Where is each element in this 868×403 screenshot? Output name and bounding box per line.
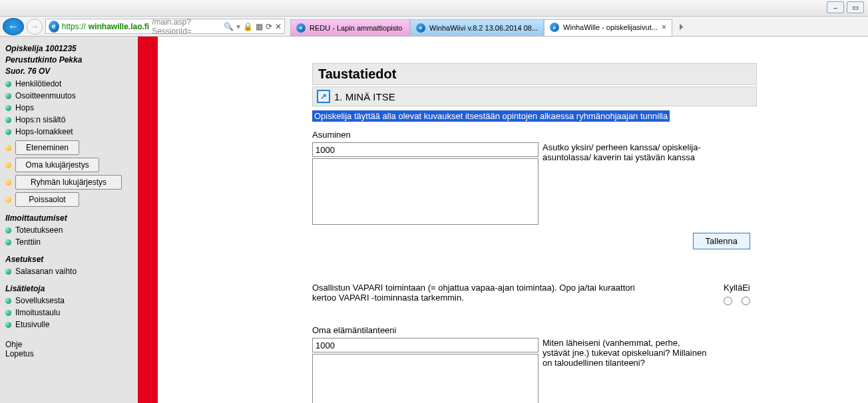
expand-icon[interactable]: ↗ [317, 90, 330, 103]
q3-help-text: Miten läheiseni (vanhemmat, perhe, ystäv… [542, 338, 709, 368]
nav-forward-button[interactable]: → [27, 19, 43, 35]
sidebar-item-toteutukseen[interactable]: Toteutukseen [5, 224, 132, 236]
nav-back-button[interactable]: ← [3, 18, 24, 35]
bullet-icon [5, 145, 11, 151]
sidebar-item-label: Hops [15, 103, 34, 112]
sidebar-item-label: Osoitteenmuutos [15, 91, 76, 100]
sidebar-item-label: Sovelluksesta [15, 296, 65, 305]
bullet-icon [5, 81, 11, 87]
ie-icon: e [49, 21, 59, 33]
address-bar[interactable]: e https://winhawille.lao.fi/main.asp?Ses… [45, 19, 285, 34]
eteneminen-button[interactable]: Eteneminen [15, 140, 79, 155]
bullet-icon [5, 269, 11, 275]
window-titlebar: – ▭ [0, 0, 868, 17]
sidebar-item-hops-sisalto[interactable]: Hops:n sisältö [5, 114, 132, 126]
ryhman-lukujarjestys-button[interactable]: Ryhmän lukujärjestys [15, 175, 122, 190]
instruction-text: Opiskelija täyttää alla olevat kuvaukset… [312, 110, 670, 122]
search-icon[interactable]: 🔍 [224, 22, 234, 31]
sidebar: Opiskelija 1001235 Perustutkinto Pekka S… [0, 37, 138, 403]
bullet-icon [5, 117, 11, 123]
sidebar-item-lopetus[interactable]: Lopetus [5, 349, 132, 358]
sidebar-item-osoitteenmuutos[interactable]: Osoitteenmuutos [5, 90, 132, 102]
q3-label: Oma elämäntilanteeni [312, 325, 757, 335]
refresh-icon[interactable]: ⟳ [266, 22, 272, 31]
page-title: Taustatiedot [312, 63, 757, 85]
browser-tabs: e REDU - Lapin ammattiopisto e WinhaWiiv… [290, 17, 672, 36]
url-path: /main.asp?SessionId= [152, 17, 221, 36]
stop-icon[interactable]: ✕ [275, 22, 282, 31]
q2-text: Osallistun VAPARI toimintaan (= ohjattua… [312, 283, 658, 303]
sidebar-item-tenttiin[interactable]: Tenttiin [5, 236, 132, 248]
bullet-icon [5, 239, 11, 245]
ie-icon: e [416, 23, 425, 33]
sidebar-item-henkilotiedot[interactable]: Henkilötiedot [5, 78, 132, 90]
degree-name: Perustutkinto Pekka [5, 55, 132, 65]
tab-label: WinhaWiivi v.8.2 13.06.2014 08... [429, 24, 538, 32]
sidebar-item-label: Etusivulle [15, 320, 49, 329]
sidebar-item-label: Toteutukseen [15, 225, 63, 235]
q2-radio-yes[interactable] [724, 297, 732, 305]
red-divider [138, 37, 158, 403]
oma-lukujarjestys-button[interactable]: Oma lukujärjestys [15, 158, 99, 172]
bullet-icon [5, 93, 11, 99]
bullet-icon [5, 322, 11, 328]
close-icon[interactable]: × [662, 23, 666, 32]
tab-winhawiivi[interactable]: e WinhaWiivi v.8.2 13.06.2014 08... [410, 19, 544, 36]
bullet-icon [5, 197, 11, 203]
compat-icon[interactable]: ▦ [256, 22, 263, 31]
sidebar-item-label: Henkilötiedot [15, 79, 61, 88]
url-scheme: https:// [62, 22, 86, 31]
bullet-icon [5, 180, 11, 186]
sidebar-heading-asetukset: Asetukset [5, 255, 132, 264]
sidebar-item-etusivulle[interactable]: Etusivulle [5, 319, 132, 331]
bullet-icon [5, 162, 11, 168]
browser-navbar: ← → e https://winhawille.lao.fi/main.asp… [0, 17, 868, 37]
window-maximize-button[interactable]: ▭ [847, 1, 864, 13]
q3-textarea[interactable] [312, 354, 539, 403]
q1-counter-input[interactable] [312, 142, 539, 157]
q2-radio-group: KylläEi [724, 283, 750, 305]
window-minimize-button[interactable]: – [827, 1, 844, 13]
sidebar-item-salasanan-vaihto[interactable]: Salasanan vaihto [5, 265, 132, 277]
poissaolot-button[interactable]: Poissaolot [15, 192, 79, 207]
sidebar-item-hops[interactable]: Hops [5, 102, 132, 114]
sidebar-item-ilmoitustaulu[interactable]: Ilmoitustaulu [5, 307, 132, 319]
sidebar-item-hops-lomakkeet[interactable]: Hops-lomakkeet [5, 126, 132, 138]
bullet-icon [5, 227, 11, 233]
q1-help-text: Asutko yksin/ perheen kanssa/ opiskelija… [542, 142, 709, 162]
ie-icon: e [296, 23, 306, 33]
sidebar-item-sovelluksesta[interactable]: Sovelluksesta [5, 295, 132, 307]
credits-completed: Suor. 76 OV [5, 67, 132, 76]
q2-yes-label: Kyllä [724, 283, 742, 293]
ie-icon: e [550, 23, 559, 32]
bullet-icon [5, 129, 11, 135]
student-id: Opiskelija 1001235 [5, 44, 132, 53]
tab-redu[interactable]: e REDU - Lapin ammattiopisto [290, 19, 410, 36]
tab-winhawille[interactable]: e WinhaWille - opiskelijasivut... × [544, 19, 672, 36]
url-host: winhawille.lao.fi [89, 22, 149, 31]
sidebar-item-label: Hops:n sisältö [15, 115, 65, 124]
sidebar-item-label: Salasanan vaihto [15, 267, 77, 276]
sidebar-item-label: Ilmoitustaulu [15, 308, 60, 317]
sidebar-item-ohje[interactable]: Ohje [5, 340, 132, 349]
lock-icon: 🔒 [243, 22, 253, 31]
bullet-icon [5, 310, 11, 316]
q2-radio-no[interactable] [742, 297, 750, 305]
bullet-icon [5, 298, 11, 304]
sidebar-heading-ilmoittautumiset: Ilmoittautumiset [5, 213, 132, 223]
q3-counter-input[interactable] [312, 338, 539, 352]
tab-label: WinhaWille - opiskelijasivut... [563, 23, 658, 31]
sidebar-item-label: Hops-lomakkeet [15, 127, 73, 136]
bullet-icon [5, 105, 11, 111]
resume-icon[interactable]: ⏵ [675, 21, 689, 31]
section-header[interactable]: ↗ 1. MINÄ ITSE [312, 86, 757, 106]
q2-no-label: Ei [742, 283, 750, 293]
save-button[interactable]: Tallenna [693, 233, 750, 249]
section-label: 1. MINÄ ITSE [334, 91, 395, 102]
tab-label: REDU - Lapin ammattiopisto [310, 24, 402, 32]
sidebar-item-label: Tenttiin [15, 237, 41, 247]
sidebar-heading-lisatietoja: Lisätietoja [5, 284, 132, 293]
main-content: Taustatiedot ↗ 1. MINÄ ITSE Opiskelija t… [158, 37, 757, 403]
q1-textarea[interactable] [312, 158, 539, 225]
q1-label: Asuminen [312, 130, 757, 140]
